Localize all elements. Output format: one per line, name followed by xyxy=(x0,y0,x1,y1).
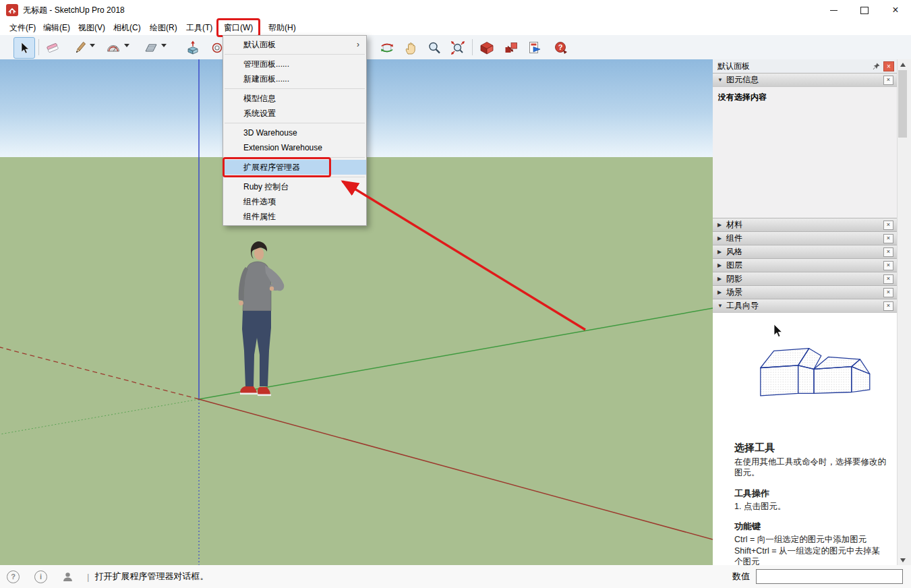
scroll-up-button[interactable] xyxy=(898,59,908,69)
orbit-tool-button[interactable] xyxy=(376,37,398,59)
share-model-button[interactable] xyxy=(500,37,522,59)
section-close-button[interactable]: × xyxy=(883,301,893,311)
menu-item-ruby-console[interactable]: Ruby 控制台 xyxy=(223,179,366,194)
menu-item-component-options[interactable]: 组件选项 xyxy=(223,194,366,209)
select-tool-button[interactable] xyxy=(13,37,35,59)
menu-tools[interactable]: 工具(T) xyxy=(182,20,216,35)
green-axis-dotted xyxy=(0,399,199,434)
entity-info-content: 没有选择内容 xyxy=(713,86,897,218)
menu-window[interactable]: 窗口(W) xyxy=(220,20,257,35)
zoom-tool-button[interactable] xyxy=(423,37,445,59)
instructor-tool-desc: 在使用其他工具或命令时，选择要修改的图元。 xyxy=(734,457,887,479)
instructor-tool-title: 选择工具 xyxy=(734,442,887,454)
maximize-button[interactable] xyxy=(849,0,880,20)
close-icon: × xyxy=(892,4,898,16)
chevron-down-icon: ▼ xyxy=(717,303,726,309)
section-label: 组件 xyxy=(726,233,883,244)
get-models-button[interactable] xyxy=(476,37,498,59)
help-center-button[interactable]: ? xyxy=(550,37,572,59)
menu-item-preferences[interactable]: 系统设置 xyxy=(223,106,366,121)
menu-item-extension-warehouse[interactable]: Extension Warehouse xyxy=(223,140,366,155)
menu-separator xyxy=(225,177,365,177)
section-label: 图元信息 xyxy=(726,74,883,86)
menu-window-label: 窗口(W) xyxy=(224,22,253,34)
eraser-tool-button[interactable] xyxy=(42,37,63,59)
section-close-button[interactable]: × xyxy=(883,274,893,284)
measurement-input[interactable] xyxy=(756,569,903,584)
section-close-button[interactable]: × xyxy=(883,220,893,230)
pin-icon[interactable] xyxy=(871,61,881,71)
get-models-icon xyxy=(479,40,494,55)
sketchup-logo-icon xyxy=(6,4,18,16)
section-header-layers[interactable]: ▶ 图层 × xyxy=(713,258,897,272)
geolocation-help-icon[interactable]: ? xyxy=(7,570,20,583)
scroll-down-button[interactable] xyxy=(898,555,908,565)
status-separator: | xyxy=(87,572,89,582)
instructor-key-line: Shift+Ctrl = 从一组选定的图元中去掉某个图元 xyxy=(734,546,887,566)
svg-text:?: ? xyxy=(558,43,563,51)
scrollbar-thumb[interactable] xyxy=(898,70,907,138)
title-bar: 无标题 - SketchUp Pro 2018 × xyxy=(0,0,911,20)
zoom-extents-button[interactable] xyxy=(447,37,469,59)
menu-edit[interactable]: 编辑(E) xyxy=(39,20,74,35)
shape-tool-button[interactable] xyxy=(140,37,162,59)
tray-close-button[interactable]: × xyxy=(883,61,894,71)
shape-tool-dropdown-caret[interactable] xyxy=(161,44,167,47)
section-header-scenes[interactable]: ▶ 场景 × xyxy=(713,285,897,299)
magnifier-icon xyxy=(427,40,442,55)
pan-tool-button[interactable] xyxy=(400,37,421,59)
section-close-button[interactable]: × xyxy=(883,234,893,243)
minimize-icon xyxy=(830,10,837,11)
menu-separator xyxy=(225,88,365,89)
menu-item-3d-warehouse[interactable]: 3D Warehouse xyxy=(223,125,366,140)
menu-item-label: 默认面板 xyxy=(243,39,276,51)
send-to-layout-button[interactable] xyxy=(524,37,546,59)
minimize-button[interactable] xyxy=(818,0,849,20)
section-close-button[interactable]: × xyxy=(883,247,893,257)
menu-help[interactable]: 帮助(H) xyxy=(264,20,300,35)
line-tool-dropdown-caret[interactable] xyxy=(90,44,95,47)
instructor-ops-step: 1. 点击图元。 xyxy=(734,501,887,512)
menu-draw[interactable]: 绘图(R) xyxy=(146,20,181,35)
menu-file[interactable]: 文件(F) xyxy=(5,20,40,35)
section-close-button[interactable]: × xyxy=(883,261,893,270)
arc-tool-dropdown-caret[interactable] xyxy=(124,44,129,47)
pan-hand-icon xyxy=(403,40,418,55)
toolbar: ? xyxy=(0,35,911,60)
menu-item-default-panel[interactable]: 默认面板 › xyxy=(223,37,366,52)
menu-separator xyxy=(225,123,365,123)
arc-tool-button[interactable] xyxy=(102,37,124,59)
menu-item-manage-panels[interactable]: 管理面板...... xyxy=(223,57,366,71)
instructor-key-line: Ctrl = 向一组选定的图元中添加图元 xyxy=(734,534,887,545)
person-figure xyxy=(239,241,284,396)
menu-item-label: 扩展程序管理器 xyxy=(243,162,300,173)
section-header-components[interactable]: ▶ 组件 × xyxy=(713,231,897,245)
menu-camera[interactable]: 相机(C) xyxy=(109,20,145,35)
menu-item-extension-manager[interactable]: 扩展程序管理器 xyxy=(223,160,366,175)
line-tool-button[interactable] xyxy=(69,37,91,59)
menu-view[interactable]: 视图(V) xyxy=(74,20,109,35)
status-bar: ? i | 打开扩展程序管理器对话框。 数值 xyxy=(0,565,911,588)
tray-title: 默认面板 xyxy=(717,61,871,72)
credits-info-icon[interactable]: i xyxy=(34,570,47,583)
section-header-entity-info[interactable]: ▼ 图元信息 × xyxy=(713,73,897,86)
scroll-down-icon xyxy=(900,558,906,562)
instructor-content: 选择工具 在使用其他工具或命令时，选择要修改的图元。 工具操作 1. 点击图元。… xyxy=(713,312,897,565)
section-header-materials[interactable]: ▶ 材料 × xyxy=(713,218,897,231)
panel-scrollbar[interactable] xyxy=(897,59,908,565)
menu-item-new-panel[interactable]: 新建面板...... xyxy=(223,71,366,86)
section-close-button[interactable]: × xyxy=(883,76,893,85)
section-close-button[interactable]: × xyxy=(883,288,893,297)
section-header-shadows[interactable]: ▶ 阴影 × xyxy=(713,272,897,285)
instructor-keys-title: 功能键 xyxy=(734,521,887,533)
red-axis-dashed xyxy=(0,347,199,399)
menu-item-model-info[interactable]: 模型信息 xyxy=(223,91,366,106)
push-pull-tool-button[interactable] xyxy=(182,37,204,59)
menu-item-component-attributes[interactable]: 组件属性 xyxy=(223,209,366,224)
close-button[interactable]: × xyxy=(880,0,911,20)
sign-in-user-icon[interactable] xyxy=(62,571,74,583)
section-header-instructor[interactable]: ▼ 工具向导 × xyxy=(713,299,897,312)
measurement-label: 数值 xyxy=(732,570,750,583)
section-header-styles[interactable]: ▶ 风格 × xyxy=(713,245,897,258)
section-label: 场景 xyxy=(726,287,883,298)
